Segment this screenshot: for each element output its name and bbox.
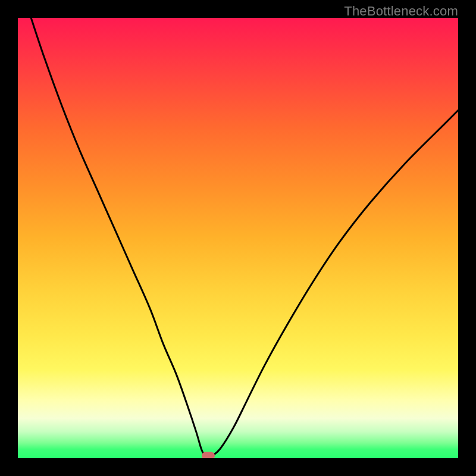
- optimal-marker: [202, 452, 215, 458]
- watermark-text: TheBottleneck.com: [344, 4, 458, 19]
- bottleneck-curve: [18, 18, 458, 458]
- plot-area: [18, 18, 458, 458]
- chart-frame: TheBottleneck.com: [0, 0, 476, 476]
